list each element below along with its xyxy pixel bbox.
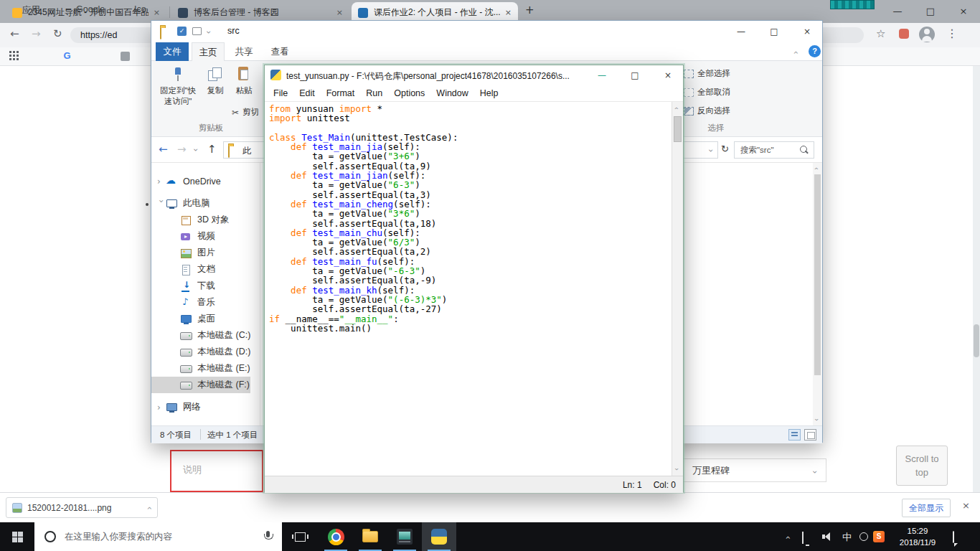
ribbon-tab-file[interactable]: 文件 — [156, 42, 189, 61]
expand-chevron-icon[interactable] — [157, 403, 166, 412]
taskbar-photos-button[interactable] — [387, 522, 422, 551]
code-editor[interactable]: from yunsuan import *import unittest cla… — [265, 102, 683, 476]
editor-scrollbar[interactable] — [672, 102, 683, 476]
microphone-icon[interactable] — [263, 531, 272, 542]
menu-help[interactable]: Help — [474, 87, 504, 100]
idle-maximize-button[interactable]: □ — [618, 65, 651, 85]
bookmark-google[interactable]: Google — [76, 4, 105, 14]
taskbar-clock[interactable]: 15:29 2018/11/9 — [892, 525, 943, 548]
nav-up-icon[interactable]: ↑ — [207, 143, 217, 156]
ribbon-tab-home[interactable]: 主页 — [192, 42, 225, 62]
sidebar-scrollbar[interactable] — [813, 163, 822, 425]
icons-view-button[interactable] — [804, 429, 816, 441]
sidebar-item[interactable]: 桌面 — [151, 311, 250, 327]
ime-tray-icon[interactable] — [859, 532, 868, 541]
menu-run[interactable]: Run — [360, 87, 388, 100]
collapse-ribbon-icon[interactable] — [791, 51, 800, 55]
download-item[interactable]: 1520012-20181....png — [6, 497, 158, 518]
refresh-icon[interactable]: ↻ — [721, 143, 729, 154]
start-button[interactable] — [0, 522, 34, 551]
scroll-down-icon[interactable] — [673, 468, 680, 471]
pin-to-quick-access-button[interactable]: 固定到"快 速访问" — [157, 64, 199, 118]
copy-button[interactable]: 复制 — [202, 64, 229, 118]
sogou-tray-icon[interactable]: S — [873, 531, 885, 542]
invert-selection-button[interactable]: 反向选择 — [684, 105, 730, 116]
menu-file[interactable]: File — [268, 87, 293, 100]
chrome-close-button[interactable]: × — [947, 0, 980, 22]
chrome-minimize-button[interactable]: — — [881, 0, 914, 22]
taskbar-explorer-button[interactable] — [353, 522, 387, 551]
sidebar-item[interactable]: 本地磁盘 (D:) — [151, 344, 250, 360]
search-icon[interactable] — [800, 146, 809, 155]
quick-access-properties-icon[interactable]: ✓ — [177, 27, 187, 36]
explorer-minimize-button[interactable]: — — [725, 21, 758, 42]
sidebar-item[interactable]: 本地磁盘 (C:) — [151, 327, 250, 344]
select-none-button[interactable]: 全部取消 — [684, 87, 730, 98]
help-button[interactable]: ? — [809, 45, 821, 57]
profile-avatar[interactable] — [919, 27, 935, 42]
sidebar-item[interactable]: 下载 — [151, 278, 250, 294]
sidebar-item[interactable]: 文档 — [151, 261, 250, 278]
sidebar-scrollbar-thumb[interactable] — [814, 174, 821, 375]
scroll-to-top-button[interactable]: Scroll to top — [896, 446, 948, 486]
back-icon[interactable]: ← — [10, 27, 19, 40]
tab-close-icon[interactable]: × — [505, 9, 512, 17]
sidebar-item[interactable]: 网络 — [151, 399, 250, 415]
sidebar-item[interactable]: 音乐 — [151, 294, 250, 311]
explorer-maximize-button[interactable]: □ — [758, 21, 791, 42]
editor-scrollbar-thumb[interactable] — [674, 116, 682, 142]
language-indicator[interactable]: 中 — [842, 531, 852, 544]
sidebar-item[interactable]: 3D 对象 — [151, 212, 250, 228]
ribbon-tab-view[interactable]: 查看 — [263, 42, 296, 61]
ribbon-tab-share[interactable]: 共享 — [227, 42, 260, 61]
scroll-up-icon[interactable] — [813, 167, 820, 170]
expand-chevron-icon[interactable] — [157, 199, 166, 208]
sidebar-item[interactable]: 本地磁盘 (E:) — [151, 360, 250, 377]
menu-options[interactable]: Options — [388, 87, 430, 100]
idle-titlebar[interactable]: test_yunsuan.py - F:\代码仓库\personal_proje… — [265, 65, 683, 85]
select-all-button[interactable]: 全部选择 — [684, 68, 730, 79]
extension-icon[interactable] — [899, 29, 909, 39]
scroll-up-icon[interactable] — [673, 107, 680, 110]
details-view-button[interactable] — [788, 429, 801, 441]
task-view-button[interactable] — [284, 522, 316, 551]
apps-grid-icon[interactable] — [9, 51, 19, 60]
nav-back-icon[interactable]: ← — [159, 143, 168, 156]
page-scrollbar-thumb[interactable] — [974, 324, 979, 357]
quick-access-dropdown-icon[interactable] — [204, 31, 213, 34]
page-scrollbar[interactable] — [973, 66, 980, 492]
display-tray-icon[interactable] — [802, 532, 804, 544]
milestone-select[interactable]: 万里程碑 — [683, 458, 826, 482]
menu-window[interactable]: Window — [430, 87, 473, 100]
reload-icon[interactable]: ↻ — [53, 27, 62, 40]
taskbar-chrome-button[interactable] — [319, 522, 353, 551]
address-dropdown-icon[interactable] — [707, 149, 716, 153]
menu-edit[interactable]: Edit — [293, 87, 321, 100]
bookmark-apps[interactable]: 应用 — [22, 4, 40, 17]
tab-close-icon[interactable]: × — [336, 9, 343, 17]
idle-close-button[interactable]: × — [651, 65, 684, 85]
explorer-titlebar[interactable]: ✓ src — □ × — [151, 21, 822, 42]
taskbar-search-box[interactable]: 在这里输入你要搜索的内容 — [34, 522, 282, 551]
cut-button[interactable]: ✂ 剪切 — [232, 107, 259, 118]
bookmark-ico[interactable]: Ico — [134, 4, 146, 14]
forward-icon[interactable]: → — [32, 27, 41, 40]
sidebar-item[interactable]: 本地磁盘 (F:) — [151, 377, 250, 393]
menu-format[interactable]: Format — [321, 87, 361, 100]
nav-recent-icon[interactable] — [192, 149, 200, 152]
browser-menu-icon[interactable]: ⋮ — [946, 27, 958, 40]
explorer-close-button[interactable]: × — [791, 21, 824, 42]
sidebar-item[interactable]: 此电脑 — [151, 195, 250, 212]
sidebar-item[interactable]: OneDrive — [151, 173, 250, 189]
action-center-icon[interactable] — [953, 531, 954, 543]
note-field[interactable]: 说明 — [170, 450, 263, 492]
chrome-maximize-button[interactable]: □ — [914, 0, 947, 22]
explorer-search-box[interactable]: 搜索"src" — [734, 141, 814, 159]
scroll-down-icon[interactable] — [813, 418, 820, 421]
taskbar-idle-button[interactable] — [422, 522, 456, 551]
close-shelf-icon[interactable]: × — [962, 501, 970, 510]
sidebar-item[interactable]: 图片 — [151, 245, 250, 261]
new-tab-button[interactable]: + — [525, 5, 534, 16]
hidden-icons-chevron[interactable] — [783, 536, 792, 540]
sidebar-item[interactable]: 视频 — [151, 228, 250, 245]
